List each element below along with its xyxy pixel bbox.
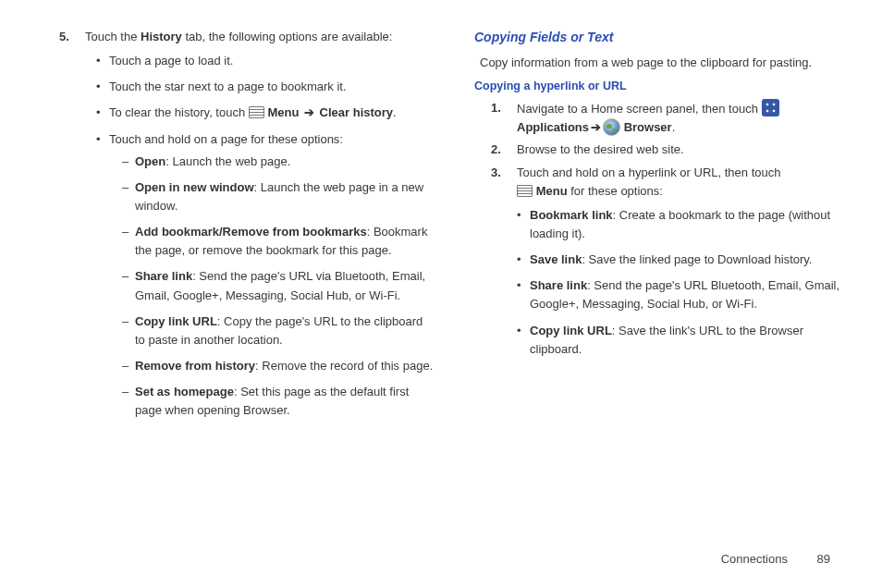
menu-bold: Menu	[536, 184, 568, 198]
list-item: Save link: Save the linked page to Downl…	[517, 251, 849, 269]
step-2: 2. Browse to the desired web site.	[491, 141, 849, 159]
list-item: Touch and hold on a page for these optio…	[96, 130, 434, 421]
arrow-icon: ➔	[591, 118, 601, 137]
option-bold: Open	[135, 154, 165, 168]
step-number: 5.	[59, 28, 85, 427]
globe-icon	[603, 118, 620, 136]
list-item: Share link: Send the page's URL Bluetoot…	[517, 276, 849, 313]
text: : Save the linked page to Download histo…	[582, 252, 812, 266]
bullet-list: Bookmark link: Create a bookmark to the …	[517, 206, 849, 359]
option-bold: Remove from history	[135, 359, 255, 373]
page-footer: Connections 89	[721, 552, 830, 566]
section-name: Connections	[721, 552, 788, 566]
menu-bold: Menu	[267, 105, 302, 119]
step-body: Browse to the desired web site.	[517, 141, 849, 159]
list-item: Remove from history: Remove the record o…	[122, 357, 434, 375]
list-item: Copy link URL: Save the link's URL to th…	[517, 322, 849, 359]
dash-list: Open: Launch the web page. Open in new w…	[122, 153, 434, 421]
list-item: Touch the star next to a page to bookmar…	[96, 78, 434, 96]
text: Touch the	[85, 30, 141, 43]
text: Navigate to a Home screen panel, then to…	[517, 102, 762, 116]
step-3: 3. Touch and hold on a hyperlink or URL,…	[491, 164, 849, 366]
page-columns: 5. Touch the History tab, the following …	[59, 28, 849, 431]
left-column: 5. Touch the History tab, the following …	[59, 28, 434, 431]
list-item: Set as homepage: Set this page as the de…	[122, 383, 434, 420]
menu-icon	[249, 106, 264, 118]
clear-history-bold: Clear history	[316, 105, 393, 119]
step-body: Touch and hold on a hyperlink or URL, th…	[517, 164, 849, 366]
text: Touch the star next to a page to bookmar…	[109, 80, 347, 93]
step-number: 2.	[491, 141, 517, 159]
list-item: Open in new window: Launch the web page …	[122, 178, 434, 215]
history-bold: History	[141, 30, 182, 43]
list-item: Touch a page to load it.	[96, 52, 434, 70]
list-item: Share link: Send the page's URL via Blue…	[122, 267, 434, 304]
sub-heading: Copying a hyperlink or URL	[474, 78, 849, 95]
option-bold: Share link	[530, 278, 587, 292]
list-item: Copy link URL: Copy the page's URL to th…	[122, 312, 434, 349]
option-bold: Bookmark link	[530, 208, 613, 222]
list-item: To clear the history, touch Menu ➔ Clear…	[96, 104, 434, 122]
step-number: 1.	[491, 99, 517, 137]
text: tab, the following options are available…	[182, 30, 393, 43]
step-body: Touch the History tab, the following opt…	[85, 28, 434, 427]
menu-icon	[517, 185, 533, 197]
text: : Remove the record of this page.	[255, 359, 433, 373]
step-number: 3.	[491, 164, 517, 366]
list-item: Open: Launch the web page.	[122, 153, 434, 171]
text: for these options:	[568, 184, 663, 198]
arrow-icon: ➔	[304, 104, 314, 122]
text: Browse to the desired web site.	[517, 142, 684, 156]
browser-bold: Browser	[620, 120, 672, 134]
page-number: 89	[817, 552, 830, 566]
list-item: Add bookmark/Remove from bookmarks: Book…	[122, 223, 434, 260]
text: To clear the history, touch	[109, 105, 249, 119]
right-column: Copying Fields or Text Copy information …	[474, 28, 849, 431]
option-bold: Copy link URL	[530, 324, 612, 337]
step-body: Navigate to a Home screen panel, then to…	[517, 99, 849, 137]
option-bold: Share link	[135, 269, 192, 283]
step-5: 5. Touch the History tab, the following …	[59, 28, 434, 427]
section-intro: Copy information from a web page to the …	[480, 54, 849, 72]
text: Touch a page to load it.	[109, 54, 233, 67]
option-bold: Save link	[530, 252, 582, 266]
list-item: Bookmark link: Create a bookmark to the …	[517, 206, 849, 243]
applications-bold: Applications	[517, 120, 589, 134]
text: .	[393, 105, 397, 119]
step-1: 1. Navigate to a Home screen panel, then…	[491, 99, 849, 137]
section-heading: Copying Fields or Text	[474, 28, 849, 48]
apps-icon	[762, 99, 779, 116]
option-bold: Set as homepage	[135, 385, 234, 398]
option-bold: Open in new window	[135, 180, 254, 194]
text: Touch and hold on a hyperlink or URL, th…	[517, 165, 780, 179]
text: .	[672, 120, 676, 134]
option-bold: Copy link URL	[135, 314, 217, 328]
text: Touch and hold on a page for these optio…	[109, 132, 343, 146]
option-bold: Add bookmark/Remove from bookmarks	[135, 225, 367, 239]
bullet-list: Touch a page to load it. Touch the star …	[96, 52, 434, 420]
text: : Launch the web page.	[165, 154, 290, 168]
